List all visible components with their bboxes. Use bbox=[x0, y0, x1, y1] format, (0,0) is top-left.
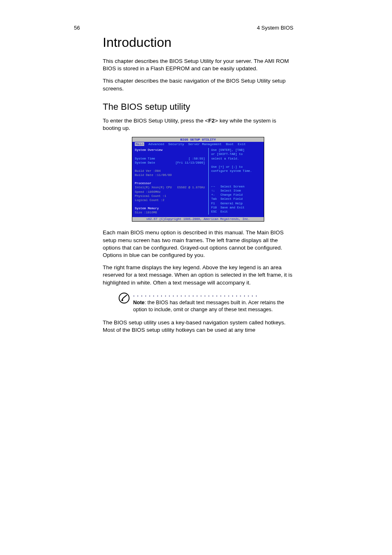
enter-key: F2 bbox=[208, 118, 215, 124]
bios-proc-speed: Speed :1866MHz bbox=[135, 190, 205, 194]
bios-tab-advanced: Advanced bbox=[148, 142, 164, 146]
bios-tab-boot: Boot bbox=[226, 142, 234, 146]
note-block: ................................ Note: t… bbox=[119, 291, 293, 313]
bios-key-legend: ←→ Select Screen ↑↓ Select Item +- Chang… bbox=[211, 185, 261, 214]
bios-proc-name-r: E5502 @ 1.87GHz bbox=[177, 185, 205, 190]
enter-instruction: To enter the BIOS Setup Utility, press t… bbox=[103, 117, 293, 132]
bios-date-value: [Fri 11/13/2009] bbox=[175, 161, 205, 165]
description-2: The right frame displays the key legend.… bbox=[103, 264, 293, 287]
bios-time-value: [ :50:55] bbox=[188, 157, 205, 161]
bios-tab-exit: Exit bbox=[238, 142, 246, 146]
bios-mem-header: System Memory bbox=[135, 206, 205, 210]
note-icon bbox=[118, 292, 130, 304]
bios-right-frame: Use [ENTER], [TAB] or [SHIFT-TAB] to sel… bbox=[208, 148, 261, 215]
note-label: Note bbox=[133, 300, 145, 305]
page-title: Introduction bbox=[103, 35, 293, 50]
bios-proc-name-l: Intel(R) Xeon(R) CPU bbox=[135, 185, 172, 190]
bios-help-3: select a field. bbox=[211, 157, 261, 161]
bios-tab-server: Server Management bbox=[188, 142, 222, 146]
intro-paragraph-2: This chapter describes the basic navigat… bbox=[103, 77, 293, 92]
note-body: : the BIOS has default text messages bui… bbox=[133, 300, 284, 312]
page-number: 56 bbox=[74, 25, 80, 31]
bios-help-1: Use [ENTER], [TAB] bbox=[211, 148, 261, 152]
section-heading: The BIOS setup utility bbox=[103, 102, 293, 112]
bios-mem-size: Size :1016MB bbox=[135, 210, 205, 215]
bios-overview: System Overview bbox=[135, 148, 205, 152]
svg-point-0 bbox=[119, 293, 129, 303]
bios-tab-main: Main bbox=[135, 142, 144, 146]
section-label: 4 System BIOS bbox=[257, 25, 293, 31]
bios-title: BIOS SETUP UTILITY bbox=[132, 137, 264, 142]
bios-help-2: or [SHIFT-TAB] to bbox=[211, 152, 261, 156]
svg-point-1 bbox=[122, 299, 123, 301]
bios-help-5: configure system Time. bbox=[211, 169, 261, 173]
bios-proc-header: Processor bbox=[135, 181, 205, 185]
intro-paragraph-1: This chapter describes the BIOS Setup Ut… bbox=[103, 58, 293, 72]
bios-tab-security: Security bbox=[168, 142, 184, 146]
bios-proc-phys: Physical Count :1 bbox=[135, 194, 205, 198]
bios-date-label: System Date bbox=[135, 161, 155, 165]
bios-menu-bar: Main Advanced Security Server Management… bbox=[132, 142, 264, 146]
bios-build-date: Build Date :11/06/09 bbox=[135, 173, 205, 177]
bios-footer: v02.67 (C)Copyright 1985-2009, American … bbox=[132, 217, 264, 221]
bios-screenshot: BIOS SETUP UTILITY Main Advanced Securit… bbox=[132, 137, 264, 222]
description-3: The BIOS setup utility uses a key-based … bbox=[103, 319, 293, 334]
page-header: 56 4 System BIOS bbox=[103, 25, 293, 31]
description-1: Each main BIOS menu option is described … bbox=[103, 229, 293, 259]
note-divider: ................................ bbox=[133, 291, 293, 298]
bios-proc-log: Logical Count :2 bbox=[135, 198, 205, 202]
enter-pre: To enter the BIOS Setup Utility, press t… bbox=[103, 118, 208, 124]
note-text: Note: the BIOS has default text messages… bbox=[133, 299, 293, 313]
bios-left-frame: System Overview System Time [ :50:55] Sy… bbox=[135, 148, 205, 215]
bios-time-label: System Time bbox=[135, 157, 155, 161]
bios-help-4: Use [+] or [-] to bbox=[211, 165, 261, 169]
bios-build-ver: Build Ver :D04 bbox=[135, 169, 205, 173]
